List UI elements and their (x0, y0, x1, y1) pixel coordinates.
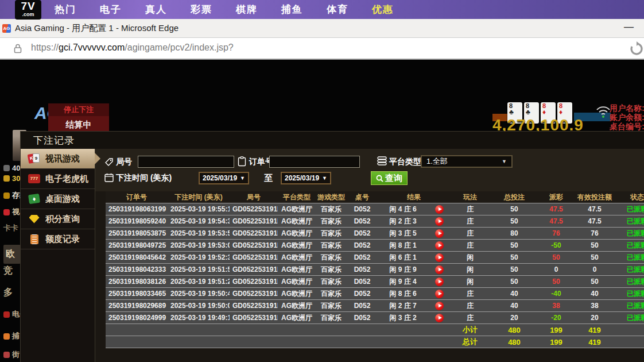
window-title: Asia Gaming - 用户配置 1 - Microsoft Edge (15, 23, 179, 34)
cell-status: 已派彩 (615, 313, 644, 323)
sidebar-item-label: 电子老虎机 (45, 174, 88, 184)
nav-item[interactable]: 电子 (100, 3, 122, 16)
table-row: 2503191980423332025-03-19 19:51:59GD0522… (106, 264, 644, 276)
cell-valid-bet: 50 (574, 253, 615, 261)
play-video-button[interactable] (435, 229, 444, 238)
cell-game-type: 百家乐 (316, 313, 347, 323)
summary-row-total: 总计480199419 (106, 336, 644, 348)
cell-payout: 38 (538, 302, 574, 310)
platform-select[interactable]: 1.全部 (421, 155, 513, 168)
cell-order-no: 250319198033465 (106, 290, 168, 298)
query-button[interactable]: 查询 (371, 171, 408, 185)
column-header: 状态 (615, 192, 644, 202)
date-to-picker[interactable]: 2025/03/19 (281, 172, 331, 184)
sidebar-item-points-gem[interactable]: 积分查询 (21, 209, 95, 229)
url-text[interactable]: https://gci.7vvvvvv.com/agingame/pcv2/in… (31, 43, 234, 53)
summary-row-subtotal: 小计480199419 (106, 324, 644, 336)
cell-play-type: 庄 (450, 217, 490, 226)
tag-icon (104, 157, 114, 167)
nav-item[interactable]: 棋牌 (236, 3, 258, 16)
play-video-button[interactable] (435, 205, 444, 214)
cell-round-no: GD052253191KY (230, 302, 278, 310)
cell-play-type: 闲 (450, 277, 490, 287)
bet-time-label: 下注时间 (美东) (116, 173, 172, 183)
sidebar-item-slot-777[interactable]: 777电子老虎机 (21, 169, 95, 189)
cell-play-type: 庄 (450, 241, 490, 251)
play-video-button[interactable] (435, 278, 444, 286)
cell-game-type: 百家乐 (316, 205, 347, 214)
sidebar-item-table-game[interactable]: ♦桌面游戏 (21, 189, 95, 209)
cell-play-video (428, 278, 450, 286)
lobby-nav-item: 多 (3, 287, 13, 299)
cell-payout: 0 (538, 265, 574, 274)
play-video-button[interactable] (435, 302, 444, 310)
refresh-icon[interactable] (629, 41, 644, 56)
cell-play-video (428, 205, 450, 214)
cell-play-video (428, 241, 450, 250)
cell-order-no: 250319198024999 (106, 314, 168, 322)
cell-round-no: GD052253191KX (230, 314, 278, 322)
cell-order-no: 250319198063199 (106, 205, 168, 213)
cell-table-no: D052 (347, 265, 378, 274)
cell-valid-bet: 76 (574, 229, 615, 237)
cell-platform: AG欧洲厅 (278, 301, 316, 311)
cell-valid-bet: 40 (574, 290, 615, 298)
minimize-button[interactable]: — (624, 21, 634, 33)
cell-total-bet: 50 (490, 253, 538, 261)
order-no-input[interactable] (269, 156, 360, 168)
cell-total-bet: 20 (490, 314, 538, 322)
nav-item[interactable]: 体育 (327, 3, 348, 16)
player-info-labels: 用户名称:账户余额:桌台编号: (610, 103, 644, 131)
lobby-item-label: 多 (3, 287, 13, 299)
round-no-input[interactable] (138, 156, 234, 168)
cell-valid-bet: 47.5 (574, 217, 615, 225)
cell-order-no: 250319198029689 (106, 302, 168, 310)
play-video-button[interactable] (435, 265, 444, 274)
cell-game-type: 百家乐 (316, 241, 347, 251)
summary-total-bet: 480 (490, 326, 538, 334)
lobby-item-label: 欧 (6, 248, 15, 260)
cell-total-bet: 50 (490, 241, 538, 249)
cell-result: 闲 4 庄 6 (378, 205, 428, 214)
cell-bet-time: 2025-03-19 19:50:00 (168, 302, 230, 310)
cell-order-no: 250319198049725 (106, 241, 168, 249)
sidebar-item-playing-cards[interactable]: K9视讯游戏 (21, 149, 95, 169)
play-video-button[interactable] (435, 217, 444, 226)
play-video-button[interactable] (435, 241, 444, 250)
sidebar-item-label: 视讯游戏 (45, 153, 80, 164)
nav-item[interactable]: 优惠 (372, 3, 394, 16)
cell-round-no: GD052253191L4 (230, 229, 278, 237)
table-row: 2503191980497252025-03-19 19:53:09GD0522… (106, 240, 644, 252)
cell-valid-bet: 0 (574, 265, 615, 274)
lock-icon[interactable] (14, 44, 22, 53)
cell-result: 闲 9 庄 4 (378, 277, 428, 287)
date-from-picker[interactable]: 2025/03/19 (199, 172, 249, 184)
table-row: 2503191980631992025-03-19 19:55:12GD0522… (106, 203, 644, 215)
site-logo[interactable]: 7V .com (15, 0, 41, 20)
nav-item[interactable]: 彩票 (191, 3, 212, 16)
browser-title-bar: AG Asia Gaming - 用户配置 1 - Microsoft Edge… (0, 19, 644, 38)
lobby-nav-item: 欧 (3, 245, 21, 264)
summary-label: 小计 (450, 325, 490, 335)
info-label: 用户名称: (610, 103, 644, 113)
cell-total-bet: 80 (490, 229, 538, 237)
cell-total-bet: 40 (490, 302, 538, 310)
column-header: 玩法 (450, 192, 490, 202)
nav-item[interactable]: 真人 (145, 3, 167, 16)
address-bar[interactable]: https://gci.7vvvvvv.com/agingame/pcv2/in… (0, 38, 644, 60)
date-range-join-label: 至 (264, 173, 273, 184)
nav-item[interactable]: 捕鱼 (281, 3, 303, 16)
play-video-button[interactable] (435, 253, 444, 262)
sidebar-item-quota-doc[interactable]: 额度记录 (21, 229, 95, 249)
nav-item[interactable]: 热门 (55, 3, 76, 16)
play-video-button[interactable] (435, 314, 444, 322)
cell-round-no: GD052253191L2 (230, 253, 278, 261)
cell-status: 已派彩 (615, 205, 644, 214)
card-suit-icon: ♦ (542, 109, 556, 115)
favicon-icon: AG (2, 24, 11, 33)
lobby-nav-item: 卡卡 (3, 223, 18, 233)
cell-game-type: 百家乐 (316, 229, 347, 238)
cell-order-no: 250319198042333 (106, 265, 168, 274)
play-video-button[interactable] (435, 290, 444, 298)
date-to-value: 2025/03/19 (285, 174, 319, 182)
